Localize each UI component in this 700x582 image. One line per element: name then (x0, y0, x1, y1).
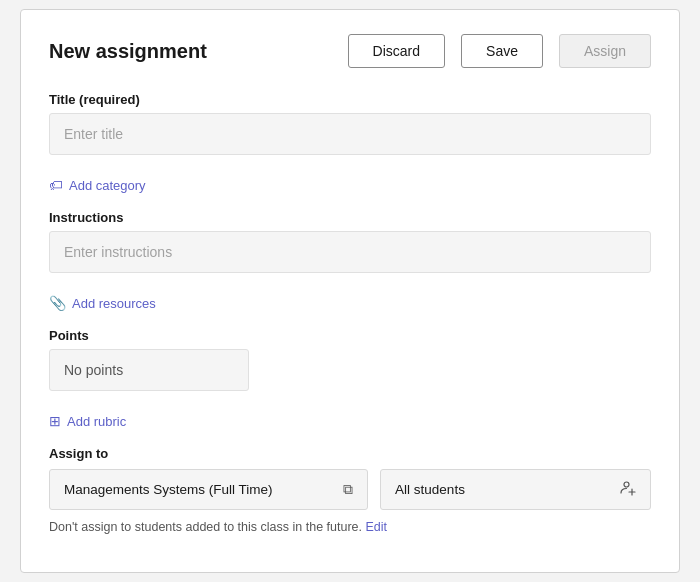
add-rubric-label: Add rubric (67, 414, 126, 429)
students-chip[interactable]: All students (380, 469, 651, 510)
assign-to-label: Assign to (49, 446, 651, 461)
title-input[interactable] (49, 113, 651, 155)
add-resources-button[interactable]: 📎 Add resources (49, 295, 156, 311)
copy-icon: ⧉ (343, 481, 353, 498)
points-input[interactable] (49, 349, 249, 391)
add-category-label: Add category (69, 178, 146, 193)
instructions-label: Instructions (49, 210, 651, 225)
tag-icon: 🏷 (49, 177, 63, 193)
save-button[interactable]: Save (461, 34, 543, 68)
instructions-input[interactable] (49, 231, 651, 273)
class-name-label: Managements Systems (Full Time) (64, 482, 273, 497)
header: New assignment Discard Save Assign (49, 34, 651, 68)
svg-point-0 (624, 482, 629, 487)
page-title: New assignment (49, 40, 332, 63)
instructions-section: Instructions (49, 210, 651, 273)
students-label: All students (395, 482, 465, 497)
add-category-button[interactable]: 🏷 Add category (49, 177, 146, 193)
future-note: Don't assign to students added to this c… (49, 520, 651, 534)
points-label: Points (49, 328, 651, 343)
points-section: Points (49, 328, 651, 391)
assign-button: Assign (559, 34, 651, 68)
add-resources-label: Add resources (72, 296, 156, 311)
class-chip[interactable]: Managements Systems (Full Time) ⧉ (49, 469, 368, 510)
edit-link[interactable]: Edit (365, 520, 387, 534)
paperclip-icon: 📎 (49, 295, 66, 311)
title-section: Title (required) (49, 92, 651, 155)
add-rubric-button[interactable]: ⊞ Add rubric (49, 413, 126, 429)
add-person-icon (620, 480, 636, 499)
discard-button[interactable]: Discard (348, 34, 445, 68)
assign-to-section: Assign to Managements Systems (Full Time… (49, 446, 651, 534)
assign-to-row: Managements Systems (Full Time) ⧉ All st… (49, 469, 651, 510)
title-label: Title (required) (49, 92, 651, 107)
new-assignment-card: New assignment Discard Save Assign Title… (20, 9, 680, 573)
table-icon: ⊞ (49, 413, 61, 429)
